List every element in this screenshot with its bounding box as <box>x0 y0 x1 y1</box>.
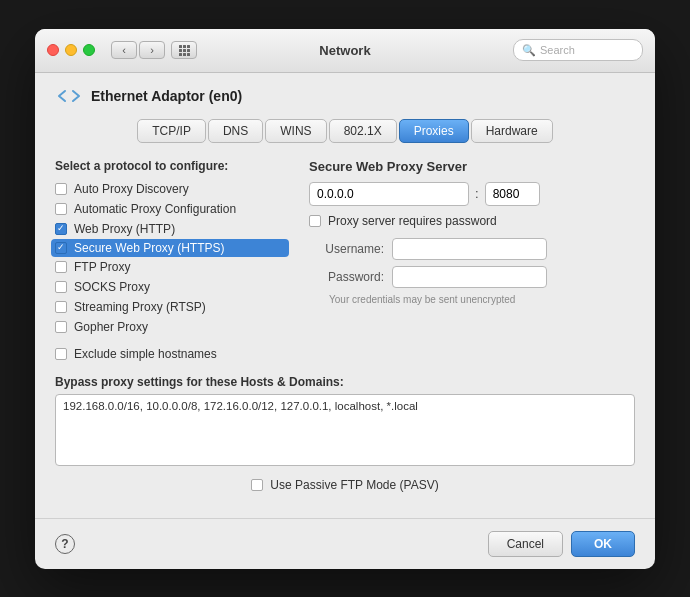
port-separator: : <box>475 186 479 201</box>
checkbox-secure-web-proxy[interactable] <box>55 242 67 254</box>
protocol-label-gopher-proxy: Gopher Proxy <box>74 320 148 334</box>
checkbox-auto-proxy-discovery[interactable] <box>55 183 67 195</box>
server-section-label: Secure Web Proxy Server <box>309 159 635 174</box>
device-name: Ethernet Adaptor (en0) <box>91 88 242 104</box>
tab-proxies[interactable]: Proxies <box>399 119 469 143</box>
search-placeholder: Search <box>540 44 575 56</box>
checkbox-streaming-proxy[interactable] <box>55 301 67 313</box>
unencrypted-note: Your credentials may be sent unencrypted <box>329 294 635 305</box>
checkbox-exclude-hostnames[interactable] <box>55 348 67 360</box>
protocol-auto-proxy-discovery[interactable]: Auto Proxy Discovery <box>55 181 285 197</box>
protocol-section-label: Select a protocol to configure: <box>55 159 285 173</box>
grid-view-button[interactable] <box>171 41 197 59</box>
device-header: Ethernet Adaptor (en0) <box>55 87 635 105</box>
protocol-label-web-proxy-http: Web Proxy (HTTP) <box>74 222 175 236</box>
ok-button[interactable]: OK <box>571 531 635 557</box>
username-row: Username: <box>309 238 635 260</box>
tab-wins[interactable]: WINS <box>265 119 326 143</box>
protocol-socks-proxy[interactable]: SOCKS Proxy <box>55 279 285 295</box>
tab-dot1x[interactable]: 802.1X <box>329 119 397 143</box>
back-button[interactable]: ‹ <box>111 41 137 59</box>
password-required-row[interactable]: Proxy server requires password <box>309 214 635 228</box>
tab-hardware[interactable]: Hardware <box>471 119 553 143</box>
protocol-label-streaming-proxy: Streaming Proxy (RTSP) <box>74 300 206 314</box>
protocol-list: Auto Proxy Discovery Automatic Proxy Con… <box>55 181 285 335</box>
nav-buttons: ‹ › <box>111 41 165 59</box>
password-row-cred: Password: <box>309 266 635 288</box>
exclude-hostnames-label: Exclude simple hostnames <box>74 347 217 361</box>
checkbox-auto-proxy-config[interactable] <box>55 203 67 215</box>
pasv-label: Use Passive FTP Mode (PASV) <box>270 478 438 492</box>
protocol-label-auto-proxy-config: Automatic Proxy Configuration <box>74 202 236 216</box>
username-input[interactable] <box>392 238 547 260</box>
checkbox-gopher-proxy[interactable] <box>55 321 67 333</box>
search-box[interactable]: 🔍 Search <box>513 39 643 61</box>
password-required-label: Proxy server requires password <box>328 214 497 228</box>
titlebar: ‹ › Network 🔍 Search <box>35 29 655 73</box>
credentials-area: Username: Password: Your credentials may… <box>309 238 635 305</box>
protocol-secure-web-proxy[interactable]: Secure Web Proxy (HTTPS) <box>51 239 289 257</box>
username-label: Username: <box>309 242 384 256</box>
server-row: : <box>309 182 635 206</box>
checkbox-password-required[interactable] <box>309 215 321 227</box>
protocol-label-socks-proxy: SOCKS Proxy <box>74 280 150 294</box>
checkbox-pasv[interactable] <box>251 479 263 491</box>
left-panel: Select a protocol to configure: Auto Pro… <box>55 159 285 361</box>
footer-buttons: Cancel OK <box>488 531 635 557</box>
cancel-button[interactable]: Cancel <box>488 531 563 557</box>
footer: ? Cancel OK <box>35 518 655 569</box>
content-area: Select a protocol to configure: Auto Pro… <box>55 159 635 361</box>
bypass-section: Bypass proxy settings for these Hosts & … <box>55 375 635 470</box>
checkbox-ftp-proxy[interactable] <box>55 261 67 273</box>
protocol-auto-proxy-config[interactable]: Automatic Proxy Configuration <box>55 201 285 217</box>
protocol-web-proxy-http[interactable]: Web Proxy (HTTP) <box>55 221 285 237</box>
protocol-streaming-proxy[interactable]: Streaming Proxy (RTSP) <box>55 299 285 315</box>
maximize-button[interactable] <box>83 44 95 56</box>
window-body: Ethernet Adaptor (en0) TCP/IP DNS WINS 8… <box>35 73 655 508</box>
grid-icon <box>179 45 190 56</box>
protocol-label-secure-web-proxy: Secure Web Proxy (HTTPS) <box>74 241 224 255</box>
tabs-row: TCP/IP DNS WINS 802.1X Proxies Hardware <box>55 119 635 143</box>
protocol-ftp-proxy[interactable]: FTP Proxy <box>55 259 285 275</box>
pasv-row[interactable]: Use Passive FTP Mode (PASV) <box>55 478 635 492</box>
protocol-gopher-proxy[interactable]: Gopher Proxy <box>55 319 285 335</box>
window-title: Network <box>319 43 370 58</box>
search-icon: 🔍 <box>522 44 536 57</box>
tab-dns[interactable]: DNS <box>208 119 263 143</box>
protocol-label-ftp-proxy: FTP Proxy <box>74 260 130 274</box>
password-label: Password: <box>309 270 384 284</box>
exclude-hostnames-row[interactable]: Exclude simple hostnames <box>55 347 285 361</box>
tab-tcpip[interactable]: TCP/IP <box>137 119 206 143</box>
checkbox-socks-proxy[interactable] <box>55 281 67 293</box>
minimize-button[interactable] <box>65 44 77 56</box>
password-input[interactable] <box>392 266 547 288</box>
help-button[interactable]: ? <box>55 534 75 554</box>
bypass-textarea[interactable]: 192.168.0.0/16, 10.0.0.0/8, 172.16.0.0/1… <box>55 394 635 466</box>
bypass-label: Bypass proxy settings for these Hosts & … <box>55 375 635 389</box>
port-input[interactable] <box>485 182 540 206</box>
protocol-label-auto-proxy-discovery: Auto Proxy Discovery <box>74 182 189 196</box>
forward-button[interactable]: › <box>139 41 165 59</box>
back-network-button[interactable] <box>55 87 83 105</box>
close-button[interactable] <box>47 44 59 56</box>
right-panel: Secure Web Proxy Server : Proxy server r… <box>309 159 635 361</box>
checkbox-web-proxy-http[interactable] <box>55 223 67 235</box>
server-ip-input[interactable] <box>309 182 469 206</box>
traffic-lights <box>47 44 95 56</box>
